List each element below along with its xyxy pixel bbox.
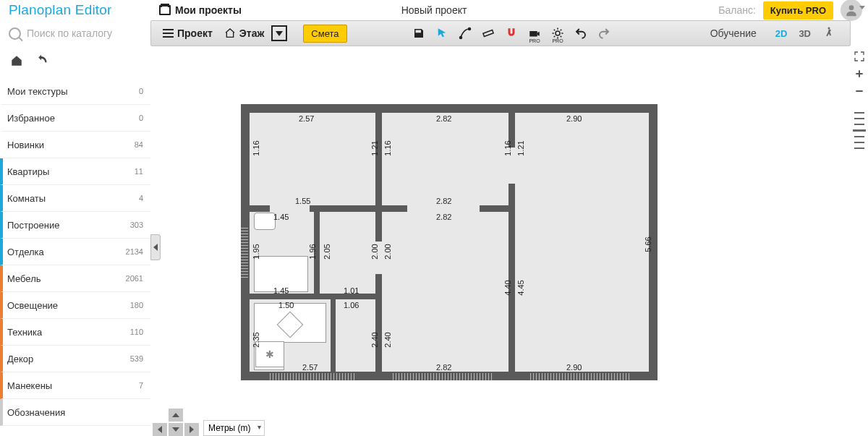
catalog-list[interactable]: Мои текстуры0 Избранное0 Новинки84 Кварт…	[0, 78, 150, 436]
dim-label: 1.21	[516, 140, 525, 155]
catalog-label: Избранное	[7, 113, 139, 124]
zoom-slider-tick[interactable]	[854, 118, 864, 119]
home-icon[interactable]	[10, 54, 23, 70]
catalog-item[interactable]: Построение303	[0, 212, 150, 239]
catalog-label: Мои текстуры	[7, 86, 139, 97]
buy-pro-button[interactable]: Купить PRO	[763, 1, 833, 20]
camera-pro-icon[interactable]: PRO	[527, 26, 542, 40]
catalog-label: Декор	[7, 354, 130, 364]
search-placeholder: Поиск по каталогу	[27, 27, 112, 39]
dim-label: 2.82	[436, 213, 451, 221]
zoom-slider-tick[interactable]	[854, 142, 864, 143]
dim-label: 2.90	[566, 363, 582, 372]
dim-label: 5.66	[644, 236, 652, 252]
view-2d-tab[interactable]: 2D	[775, 25, 788, 42]
fit-screen-icon[interactable]	[852, 49, 867, 64]
svg-point-2	[469, 28, 471, 30]
catalog-item[interactable]: Квартиры11	[0, 158, 150, 185]
catalog-item[interactable]: Техника110	[0, 319, 150, 346]
dim-label: 2.05	[323, 244, 331, 259]
save-icon[interactable]	[412, 26, 426, 40]
light-pro-icon[interactable]: PRO	[550, 26, 565, 40]
zoom-out-icon[interactable]	[852, 84, 867, 98]
catalog-label: Обозначения	[7, 407, 143, 418]
floorplan-canvas[interactable]: ✱ 2.57 2.82 2.90 1.16 1.21 1.16 1.16 1.2…	[150, 46, 846, 436]
dim-label: 2.40	[370, 332, 379, 347]
catalog-item[interactable]: Отделка2134	[0, 239, 150, 265]
undo-icon[interactable]	[574, 26, 588, 40]
my-projects-link[interactable]: Мои проекты	[159, 4, 242, 16]
floorplan[interactable]: ✱ 2.57 2.82 2.90 1.16 1.21 1.16 1.16 1.2…	[241, 104, 658, 380]
line-tool-icon[interactable]	[458, 26, 472, 40]
search-icon	[9, 27, 21, 40]
floor-label: Этаж	[239, 27, 265, 39]
catalog-item[interactable]: Мои текстуры0	[0, 78, 150, 105]
zoom-slider-tick[interactable]	[854, 124, 864, 125]
catalog-item[interactable]: Комнаты4	[0, 185, 150, 212]
catalog-item[interactable]: Мебель2061	[0, 265, 150, 292]
zoom-in-icon[interactable]	[852, 67, 867, 81]
view-walk-tab[interactable]	[822, 23, 835, 44]
dim-label: 1.06	[344, 301, 359, 309]
pan-up[interactable]	[169, 409, 183, 422]
dim-label: 1.95	[252, 244, 260, 259]
dim-label: 2.40	[383, 332, 392, 347]
dim-label: 4.45	[516, 280, 525, 295]
ruler-icon[interactable]	[481, 26, 495, 40]
catalog-item[interactable]: Освещение180	[0, 292, 150, 319]
catalog-label: Новинки	[7, 140, 135, 150]
dim-label: 2.82	[436, 114, 451, 123]
back-icon[interactable]	[35, 54, 48, 70]
svg-point-1	[460, 37, 462, 39]
catalog-item[interactable]: Новинки84	[0, 132, 150, 158]
sidebar-collapse-handle[interactable]	[150, 234, 161, 260]
dim-label: 2.57	[302, 363, 318, 372]
cursor-icon[interactable]	[435, 26, 449, 40]
learning-link[interactable]: Обучение	[703, 27, 764, 39]
dim-label: 1.45	[273, 286, 289, 295]
view-3d-tab[interactable]: 3D	[799, 25, 811, 42]
chevron-down-icon	[859, 6, 865, 9]
catalog-item[interactable]: Декор539	[0, 346, 150, 372]
dim-label: 4.40	[503, 280, 512, 295]
catalog-item[interactable]: Манекены7	[0, 372, 150, 399]
catalog-search[interactable]: Поиск по каталогу	[0, 20, 150, 46]
dim-label: 2.00	[383, 244, 392, 259]
catalog-count: 2134	[126, 247, 143, 256]
catalog-count: 2061	[126, 274, 143, 283]
sidebar: Мои текстуры0 Избранное0 Новинки84 Кварт…	[0, 46, 150, 436]
units-dropdown[interactable]: Метры (m)	[203, 420, 265, 436]
canvas-area: ✱ 2.57 2.82 2.90 1.16 1.21 1.16 1.16 1.2…	[150, 46, 846, 436]
project-menu[interactable]: Проект	[158, 25, 217, 42]
svg-point-5	[556, 31, 560, 35]
catalog-item[interactable]: Обозначения	[0, 399, 150, 426]
catalog-count: 303	[130, 221, 143, 229]
user-icon	[844, 3, 859, 17]
dim-label: 1.16	[383, 140, 392, 155]
floor-menu[interactable]: Этаж	[220, 25, 269, 42]
dim-label: 1.45	[273, 213, 289, 221]
catalog-count: 539	[130, 354, 143, 363]
dim-label: 2.00	[370, 244, 379, 259]
zoom-slider-tick[interactable]	[854, 112, 864, 114]
avatar-menu[interactable]	[841, 0, 862, 21]
folder-icon	[159, 5, 171, 15]
magnet-icon[interactable]	[504, 26, 519, 40]
estimate-button[interactable]: Смета	[303, 25, 346, 43]
zoom-slider-tick[interactable]	[854, 136, 864, 137]
zoom-slider-tick[interactable]	[854, 148, 864, 149]
pan-down[interactable]	[169, 423, 183, 436]
dim-label: 1.50	[278, 301, 294, 309]
pan-right[interactable]	[184, 423, 199, 436]
catalog-item[interactable]: Избранное0	[0, 105, 150, 132]
dim-label: 1.16	[252, 140, 260, 155]
zoom-slider-thumb[interactable]	[853, 129, 866, 132]
pan-left[interactable]	[153, 423, 167, 436]
catalog-count: 0	[139, 114, 143, 122]
project-label: Проект	[177, 27, 213, 39]
floor-dropdown[interactable]	[271, 25, 287, 41]
catalog-label: Комнаты	[7, 193, 139, 204]
redo-icon[interactable]	[597, 26, 611, 40]
app-title: Planoplan Editor	[0, 2, 150, 18]
balance-label: Баланс:	[718, 4, 756, 16]
